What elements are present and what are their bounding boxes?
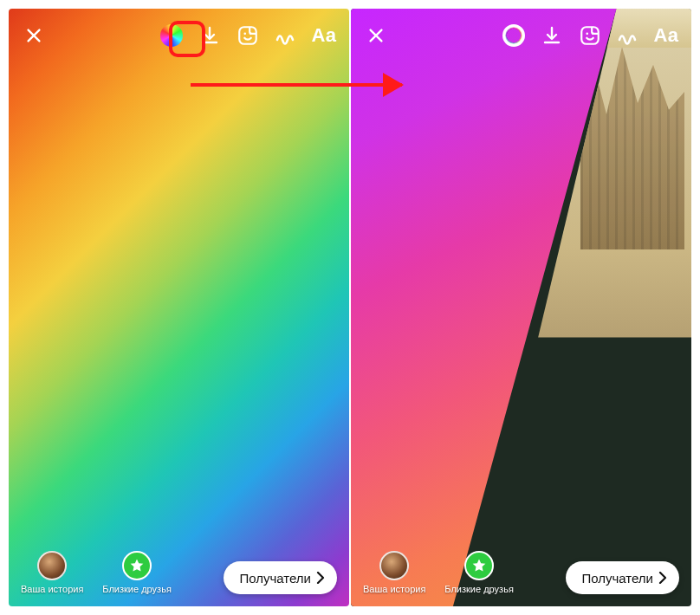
star-icon (122, 551, 152, 580)
story-topbar: Aa (9, 9, 349, 62)
sticker-icon[interactable] (235, 23, 261, 49)
close-friends-button[interactable]: Близкие друзья (444, 551, 513, 594)
close-icon[interactable] (21, 23, 47, 49)
close-friends-label: Близкие друзья (102, 584, 171, 594)
draw-icon[interactable] (273, 23, 299, 49)
story-bottom-bar: Ваша история Близкие друзья Получатели (351, 551, 691, 594)
svg-rect-3 (581, 27, 599, 44)
close-icon[interactable] (363, 23, 389, 49)
avatar (379, 551, 409, 580)
recipients-label: Получатели (581, 571, 653, 586)
avatar (37, 551, 67, 580)
your-story-label: Ваша история (363, 584, 425, 594)
draw-icon[interactable] (615, 23, 641, 49)
svg-point-2 (250, 33, 252, 36)
download-icon[interactable] (197, 23, 223, 49)
star-icon (464, 551, 494, 580)
text-tool-button[interactable]: Aa (653, 23, 679, 49)
close-friends-label: Близкие друзья (444, 584, 513, 594)
screen-after: Aa Ваша история Близкие друзья Получател… (351, 9, 691, 606)
download-icon[interactable] (539, 23, 565, 49)
gradient-picker-icon[interactable] (159, 23, 185, 49)
your-story-button[interactable]: Ваша история (21, 551, 83, 594)
chevron-right-icon (316, 572, 325, 584)
story-background-composite (351, 9, 691, 606)
close-friends-button[interactable]: Близкие друзья (102, 551, 171, 594)
chevron-right-icon (658, 572, 667, 584)
svg-point-1 (243, 33, 246, 36)
screen-before: Aa Ваша история Близкие друзья Получател… (9, 9, 349, 606)
story-topbar: Aa (351, 9, 691, 62)
gradient-picker-icon[interactable] (501, 23, 527, 49)
story-background-rainbow (9, 9, 349, 606)
your-story-label: Ваша история (21, 584, 83, 594)
sticker-icon[interactable] (577, 23, 603, 49)
svg-point-5 (592, 33, 594, 36)
svg-rect-0 (239, 27, 256, 44)
recipients-button[interactable]: Получатели (566, 561, 679, 594)
comparison-stage: Aa Ваша история Близкие друзья Получател… (0, 0, 700, 615)
recipients-label: Получатели (239, 571, 311, 586)
text-tool-button[interactable]: Aa (311, 23, 337, 49)
recipients-button[interactable]: Получатели (224, 561, 337, 594)
story-bottom-bar: Ваша история Близкие друзья Получатели (9, 551, 349, 594)
svg-point-4 (586, 33, 588, 36)
your-story-button[interactable]: Ваша история (363, 551, 425, 594)
